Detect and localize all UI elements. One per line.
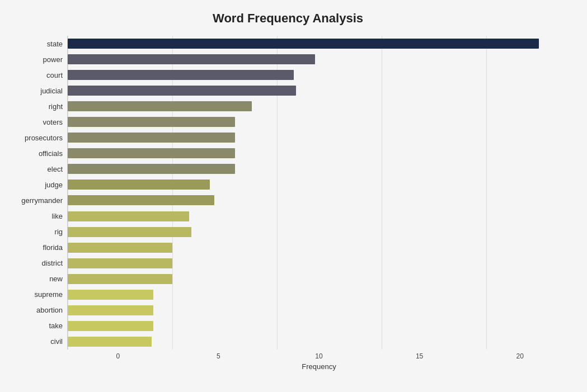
bars-area: 05101520 Frequency <box>67 36 570 350</box>
y-label: power <box>43 52 63 67</box>
bar <box>68 70 294 80</box>
y-label: civil <box>50 334 63 349</box>
bar-row <box>68 256 570 271</box>
bar <box>68 305 153 315</box>
bar <box>68 86 296 96</box>
bar-row <box>68 36 570 51</box>
bar <box>68 243 172 253</box>
chart-area: statepowercourtjudicialrightvotersprosec… <box>6 36 570 350</box>
y-axis: statepowercourtjudicialrightvotersprosec… <box>6 36 67 350</box>
bar <box>68 337 152 347</box>
x-axis-area: 05101520 Frequency <box>68 352 570 371</box>
y-label: court <box>46 68 63 82</box>
x-tick: 10 <box>269 352 369 360</box>
bar-row <box>68 146 570 160</box>
x-tick: 15 <box>369 352 470 360</box>
bar <box>68 290 153 300</box>
bar-row <box>68 272 570 286</box>
bar <box>68 148 235 158</box>
bar <box>68 101 252 111</box>
y-label: judge <box>45 177 63 192</box>
y-label: voters <box>43 115 63 129</box>
bar-row <box>68 52 570 67</box>
bar <box>68 164 235 174</box>
x-axis-label: Frequency <box>68 362 570 371</box>
y-label: new <box>49 272 63 286</box>
bar-row <box>68 162 570 176</box>
y-label: prosecutors <box>25 130 63 145</box>
y-label: officials <box>39 146 63 160</box>
bar-row <box>68 115 570 129</box>
bar-row <box>68 225 570 239</box>
y-label: abortion <box>36 303 63 318</box>
chart-container: Word Frequency Analysis statepowercourtj… <box>0 0 587 392</box>
y-label: elect <box>48 162 63 176</box>
bar-row <box>68 287 570 302</box>
bar-row <box>68 209 570 224</box>
bar-row <box>68 68 570 82</box>
y-label: district <box>41 256 63 271</box>
bar <box>68 133 235 143</box>
bar-row <box>68 334 570 349</box>
bar <box>68 258 172 268</box>
bar-row <box>68 99 570 114</box>
y-label: take <box>49 319 63 333</box>
y-label: state <box>47 36 63 51</box>
bar <box>68 117 235 127</box>
x-tick: 20 <box>469 352 570 360</box>
bar <box>68 54 315 64</box>
bar <box>68 321 153 331</box>
y-label: florida <box>43 240 63 255</box>
bar-row <box>68 130 570 145</box>
y-label: judicial <box>40 83 63 98</box>
y-label: like <box>51 209 63 224</box>
bar-row <box>68 319 570 333</box>
y-label: rig <box>55 225 63 239</box>
bar <box>68 39 539 49</box>
bar-row <box>68 193 570 207</box>
x-tick: 5 <box>168 352 269 360</box>
bar <box>68 180 210 190</box>
y-label: supreme <box>34 287 63 302</box>
bar-row <box>68 83 570 98</box>
bar <box>68 227 191 237</box>
bar <box>68 195 214 205</box>
bar <box>68 274 172 284</box>
bar <box>68 211 189 221</box>
y-label: gerrymander <box>21 193 63 207</box>
bar-row <box>68 240 570 255</box>
bar-row <box>68 303 570 318</box>
y-label: right <box>49 99 63 114</box>
x-tick: 0 <box>68 352 168 360</box>
bar-row <box>68 177 570 192</box>
chart-title: Word Frequency Analysis <box>6 11 570 26</box>
